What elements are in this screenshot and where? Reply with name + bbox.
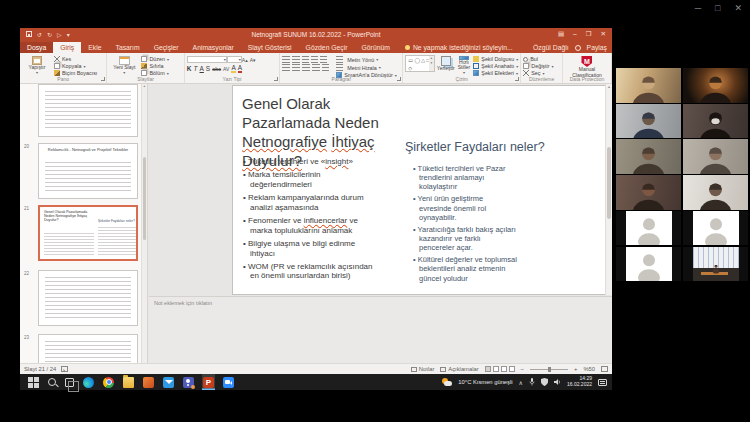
slide-right-bullets[interactable]: Tüketici tercihleri ve Pazar trendlerini…	[413, 164, 517, 286]
shrink-font-icon[interactable]: A▾	[250, 57, 256, 63]
highlight-color-button[interactable]: A	[231, 64, 235, 73]
quick-styles-button[interactable]: Hızlı Stiller▾	[457, 55, 472, 75]
align-text-button[interactable]: Metni Hizala▾	[336, 64, 397, 71]
reset-button[interactable]: Sıfırla	[141, 63, 169, 69]
participant-tile[interactable]	[616, 104, 681, 139]
taskbar-chrome-icon[interactable]	[102, 374, 115, 390]
participant-tile[interactable]	[683, 139, 748, 174]
tab-gözden-geçir[interactable]: Gözden Geçir	[299, 42, 355, 54]
slide-thumbnail[interactable]: Reklamcılık - Netnografi ve Projektif Te…	[38, 143, 138, 199]
underline-button[interactable]: A	[200, 65, 204, 72]
taskbar-orange-app-icon[interactable]	[142, 374, 155, 390]
maximize-icon[interactable]: □	[715, 3, 720, 13]
redo-icon[interactable]: ↻	[47, 31, 52, 38]
strikethrough-button[interactable]: abc	[212, 66, 221, 72]
paste-button[interactable]: Yapıştır▾	[22, 55, 52, 75]
bullet-list-icon[interactable]	[282, 56, 290, 63]
shape-fill-button[interactable]: Şekil Dolgusu▾	[473, 56, 518, 62]
account-name[interactable]: Özgül Dağlı	[533, 44, 569, 51]
show-hidden-icons-icon[interactable]: ∧	[519, 379, 523, 386]
tab-görünüm[interactable]: Görünüm	[355, 42, 397, 54]
shapes-gallery[interactable]: ▭ ◯ △ □ ◇ ○ ☆ ▷ ◠ − ▴▾	[405, 55, 435, 72]
slide-thumbnail[interactable]: Genel Olarak Pazarlamada Neden Netnograf…	[38, 205, 138, 261]
tab-animasyonlar[interactable]: Animasyonlar	[186, 42, 241, 54]
save-icon[interactable]	[26, 31, 32, 37]
speaker-icon[interactable]	[554, 378, 561, 387]
numbered-list-icon[interactable]	[292, 56, 300, 63]
close-icon[interactable]: ✕	[734, 3, 742, 13]
participant-tile[interactable]	[683, 68, 748, 103]
dialog-launcher-icon[interactable]	[274, 77, 278, 81]
tell-me-box[interactable]: Ne yapmak istediğinizi söyleyin...	[397, 42, 521, 53]
fit-to-window-button[interactable]	[601, 366, 608, 372]
taskbar-file-explorer-icon[interactable]	[122, 374, 135, 390]
thumbnail-scrollbar[interactable]: ▴	[141, 84, 147, 363]
comments-toggle[interactable]: Açıklamalar	[440, 366, 478, 372]
dialog-launcher-icon[interactable]	[397, 77, 401, 81]
align-right-icon[interactable]	[302, 64, 310, 71]
participant-tile[interactable]	[616, 211, 681, 246]
tab-ekle[interactable]: Ekle	[81, 42, 108, 54]
slide-canvas[interactable]: Genel OlarakPazarlamada NedenNetnografiy…	[232, 85, 610, 295]
character-spacing-icon[interactable]: AV	[223, 66, 229, 72]
share-button[interactable]: Paylaş	[587, 44, 607, 51]
zoom-out-button[interactable]: −	[521, 366, 524, 372]
slide-thumbnail[interactable]	[38, 84, 138, 137]
italic-button[interactable]: T	[194, 65, 198, 72]
dialog-launcher-icon[interactable]	[515, 77, 519, 81]
microphone-icon[interactable]	[529, 378, 535, 387]
font-color-button[interactable]: A	[238, 64, 242, 73]
close-icon[interactable]: ✕	[601, 30, 606, 38]
participant-tile[interactable]	[683, 104, 748, 139]
editor-scrollbar[interactable]: ▴	[605, 84, 612, 295]
start-slideshow-icon[interactable]: ▷	[57, 31, 62, 38]
taskbar-teams-icon[interactable]	[182, 374, 195, 390]
shapes-scrollbar[interactable]: ▴▾	[429, 56, 434, 71]
minimize-icon[interactable]: ─	[695, 3, 701, 13]
tab-slayt-gösterisi[interactable]: Slayt Gösterisi	[241, 42, 299, 54]
weather-icon[interactable]	[442, 378, 452, 387]
ribbon-options-icon[interactable]: ▤	[558, 30, 564, 38]
slideshow-view-button[interactable]	[509, 366, 515, 372]
taskbar-edge-icon[interactable]	[82, 374, 95, 390]
grow-font-icon[interactable]: A▴	[242, 57, 248, 63]
increase-indent-icon[interactable]	[311, 56, 318, 63]
zoom-in-button[interactable]: +	[574, 366, 577, 372]
zoom-slider-thumb[interactable]	[548, 367, 551, 372]
text-shadow-button[interactable]: S	[206, 65, 210, 72]
notes-toggle[interactable]: Notlar	[411, 366, 434, 372]
bold-button[interactable]: K	[187, 65, 192, 72]
align-center-icon[interactable]	[292, 64, 300, 71]
slide-thumbnail[interactable]	[38, 334, 138, 363]
normal-view-button[interactable]	[485, 366, 491, 372]
decrease-indent-icon[interactable]	[302, 56, 309, 63]
zoom-slider[interactable]	[530, 369, 568, 370]
taskbar-powerpoint-icon[interactable]: P	[202, 374, 215, 390]
taskbar-search-icon[interactable]	[47, 374, 57, 390]
notes-pane[interactable]: Not eklemek için tıklatın	[149, 296, 612, 363]
align-left-icon[interactable]	[282, 64, 290, 71]
replace-button[interactable]: Değiştir▾	[523, 63, 553, 69]
zoom-level[interactable]: %50	[583, 366, 595, 372]
tab-geçişler[interactable]: Geçişler	[147, 42, 186, 54]
shape-outline-button[interactable]: Şekil Anahattı▾	[473, 63, 518, 69]
text-direction-button[interactable]: Metin Yönü▾	[336, 56, 397, 63]
notes-placeholder[interactable]: Not eklemek için tıklatın	[154, 300, 212, 306]
restore-icon[interactable]: ❐	[586, 30, 592, 38]
new-slide-button[interactable]: Yeni Slayt▾	[109, 55, 139, 75]
slide-sorter-view-button[interactable]	[493, 366, 499, 372]
weather-text[interactable]: 10°C Kısmen güneşli	[458, 379, 512, 385]
manual-classification-button[interactable]: M Manual Classification	[565, 55, 609, 75]
reading-view-button[interactable]	[501, 366, 507, 372]
participant-tile[interactable]	[683, 211, 748, 246]
slide-left-bullets[interactable]: Tüketici tercihleri ve «insight»Marka te…	[243, 157, 375, 285]
security-shield-icon[interactable]	[541, 378, 548, 387]
slide-thumbnail[interactable]	[38, 270, 138, 326]
line-spacing-icon[interactable]	[320, 56, 327, 63]
tab-dosya[interactable]: Dosya	[20, 42, 53, 54]
undo-icon[interactable]: ↺	[37, 31, 42, 38]
copy-button[interactable]: Kopyala▾	[54, 63, 97, 69]
participant-tile[interactable]	[616, 68, 681, 103]
slide-right-title[interactable]: Şirketler Faydaları neler?	[405, 140, 595, 154]
customize-qat-icon[interactable]: ▾	[67, 31, 70, 38]
